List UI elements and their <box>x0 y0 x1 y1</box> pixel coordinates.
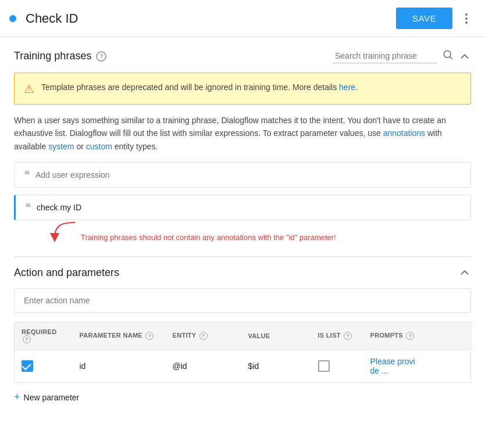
parameters-table: REQUIRED ? PARAMETER NAME ? ENTITY ? VAL… <box>14 322 471 383</box>
search-icon[interactable] <box>442 49 454 63</box>
phrase-quote-icon: ❝ <box>25 202 31 213</box>
is-list-help-icon[interactable]: ? <box>344 332 352 340</box>
prompts-help-icon[interactable]: ? <box>406 332 414 340</box>
warning-text: Template phrases are deprecated and will… <box>41 81 358 94</box>
training-phrases-title: Training phrases <box>14 50 91 62</box>
training-phrases-help-icon[interactable]: ? <box>96 51 106 62</box>
more-menu-button[interactable] <box>457 9 476 28</box>
param-name-value: id <box>80 361 86 371</box>
collapse-training-phrases-button[interactable] <box>458 50 471 63</box>
annotations-link[interactable]: annotations <box>383 128 425 138</box>
phrase-row: ❝ check my ID <box>14 195 471 220</box>
collapse-action-button[interactable] <box>458 266 471 279</box>
add-expression-box: ❝ <box>14 162 471 188</box>
add-expression-input[interactable] <box>35 170 461 180</box>
warning-banner: ⚠ Template phrases are deprecated and wi… <box>14 73 471 105</box>
entity-cell: @id <box>166 350 241 383</box>
action-name-box <box>14 288 471 313</box>
prompts-cell: Please provide ... <box>363 350 471 383</box>
action-and-parameters-section: Action and parameters REQUIRED ? PARAMET… <box>14 266 471 403</box>
value-value: $id <box>248 361 259 371</box>
prompts-link[interactable]: Please provide ... <box>370 357 415 375</box>
section-title-row: Training phrases ? <box>14 50 106 62</box>
value-cell: $id <box>241 350 311 383</box>
action-section-title: Action and parameters <box>14 267 119 279</box>
param-name-cell: id <box>73 350 166 383</box>
table-header-row: REQUIRED ? PARAMETER NAME ? ENTITY ? VAL… <box>15 322 471 350</box>
annotation-warning-text: Training phrases should not contain any … <box>81 233 336 242</box>
is-list-cell <box>311 350 363 383</box>
required-help-icon[interactable]: ? <box>23 335 31 343</box>
save-button[interactable]: SAVE <box>396 8 452 29</box>
section-divider <box>14 256 471 257</box>
table-row: id @id $id Please provide ... <box>15 350 471 383</box>
col-prompts: PROMPTS ? <box>363 322 471 350</box>
training-phrases-section-header: Training phrases ? <box>14 49 471 63</box>
quote-icon: ❝ <box>24 170 30 180</box>
col-required: REQUIRED ? <box>15 322 73 350</box>
action-section-header: Action and parameters <box>14 266 471 279</box>
custom-link[interactable]: custom <box>86 142 112 151</box>
entity-help-icon[interactable]: ? <box>199 332 208 340</box>
new-parameter-button[interactable]: + New parameter <box>14 391 471 403</box>
search-input[interactable] <box>333 49 437 63</box>
required-cell <box>15 350 73 383</box>
param-name-help-icon[interactable]: ? <box>145 332 154 340</box>
plus-icon: + <box>14 391 20 403</box>
annotation-arrow <box>49 220 84 245</box>
col-param-name: PARAMETER NAME ? <box>73 322 166 350</box>
required-checkbox[interactable] <box>22 360 33 372</box>
col-value: VALUE <box>241 322 311 350</box>
annotation-warning-area: Training phrases should not contain any … <box>14 220 471 252</box>
svg-line-1 <box>450 57 452 59</box>
system-link[interactable]: system <box>48 142 74 151</box>
page-title: Check ID <box>26 11 396 26</box>
main-content: Training phrases ? ⚠ Template phrases ar… <box>0 37 485 415</box>
app-header: Check ID SAVE <box>0 0 485 37</box>
action-name-input[interactable] <box>24 296 461 305</box>
status-dot <box>9 15 16 22</box>
search-row <box>333 49 471 63</box>
phrase-text: check my ID <box>37 203 81 212</box>
col-entity: ENTITY ? <box>166 322 241 350</box>
entity-value: @id <box>173 361 187 371</box>
training-description: When a user says something similar to a … <box>14 114 471 153</box>
col-is-list: IS LIST ? <box>311 322 363 350</box>
new-parameter-label: New parameter <box>24 393 80 402</box>
is-list-checkbox[interactable] <box>318 360 330 372</box>
warning-link[interactable]: here <box>339 83 355 92</box>
warning-icon: ⚠ <box>24 82 34 96</box>
